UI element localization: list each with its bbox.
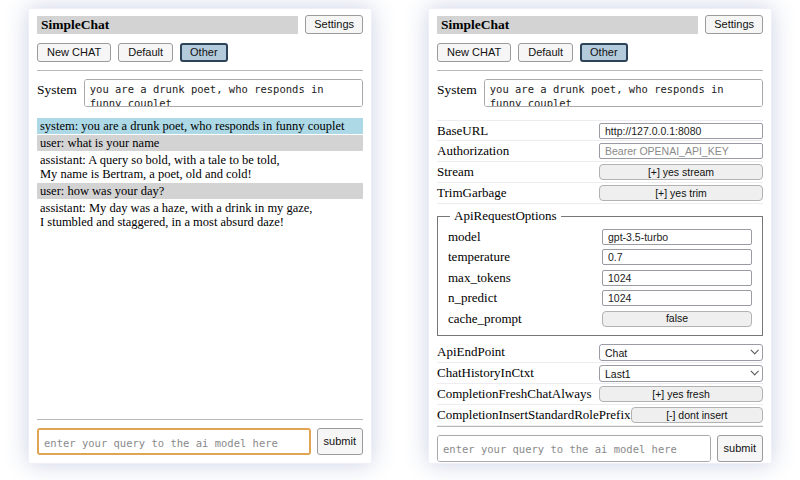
tab-default[interactable]: Default	[518, 43, 573, 62]
setting-row-model: model	[448, 226, 752, 247]
authorization-label: Authorization	[437, 143, 599, 159]
baseurl-input[interactable]	[599, 123, 763, 139]
setting-row-chat-history-in-ctxt: ChatHistoryInCtxt Last1	[437, 363, 763, 384]
completion-insert-standard-role-prefix-label: CompletionInsertStandardRolePrefix	[437, 407, 631, 423]
divider	[37, 419, 363, 420]
app-title: SimpleChat	[37, 16, 298, 34]
temperature-input[interactable]	[602, 249, 752, 265]
setting-row-stream: Stream [+] yes stream	[437, 162, 763, 183]
submit-button[interactable]: submit	[717, 435, 763, 462]
stream-toggle-button[interactable]: [+] yes stream	[599, 164, 763, 180]
cache-prompt-label: cache_prompt	[448, 311, 602, 327]
system-prompt-input[interactable]: you are a drunk poet, who responds in fu…	[84, 79, 363, 107]
setting-row-n-predict: n_predict	[448, 288, 752, 309]
authorization-input[interactable]	[599, 143, 763, 159]
api-request-options-fieldset: ApiRequestOptions model temperature max_…	[437, 208, 763, 336]
api-endpoint-label: ApiEndPoint	[437, 344, 599, 360]
cache-prompt-toggle-button[interactable]: false	[602, 311, 752, 327]
setting-row-temperature: temperature	[448, 247, 752, 268]
setting-row-authorization: Authorization	[437, 141, 763, 162]
chat-message-list: system: you are a drunk poet, who respon…	[37, 118, 363, 419]
api-request-options-legend: ApiRequestOptions	[450, 208, 561, 224]
model-label: model	[448, 229, 602, 245]
completion-fresh-chat-always-label: CompletionFreshChatAlways	[437, 386, 599, 402]
system-prompt-input[interactable]: you are a drunk poet, who responds in fu…	[484, 79, 763, 107]
setting-row-trimgarbage: TrimGarbage [+] yes trim	[437, 183, 763, 204]
chat-message-user: user: what is your name	[37, 135, 363, 151]
n-predict-input[interactable]	[602, 290, 752, 306]
chat-message-assistant: assistant: A query so bold, with a tale …	[37, 152, 363, 182]
completion-fresh-chat-always-toggle-button[interactable]: [+] yes fresh	[599, 386, 763, 402]
chat-message-system: system: you are a drunk poet, who respon…	[37, 118, 363, 134]
setting-row-completion-fresh-chat-always: CompletionFreshChatAlways [+] yes fresh	[437, 384, 763, 405]
max-tokens-input[interactable]	[602, 270, 752, 286]
temperature-label: temperature	[448, 249, 602, 265]
baseurl-label: BaseURL	[437, 123, 599, 139]
chat-panel: SimpleChat Settings New CHAT Default Oth…	[28, 8, 372, 464]
setting-row-completion-insert-standard-role-prefix: CompletionInsertStandardRolePrefix [-] d…	[437, 405, 763, 426]
chat-message-user: user: how was your day?	[37, 183, 363, 199]
chat-history-in-ctxt-select[interactable]: Last1	[599, 365, 763, 382]
setting-row-baseurl: BaseURL	[437, 120, 763, 141]
setting-row-max-tokens: max_tokens	[448, 267, 752, 288]
settings-button[interactable]: Settings	[305, 15, 363, 34]
chat-message-assistant: assistant: My day was a haze, with a dri…	[37, 200, 363, 230]
submit-button[interactable]: submit	[317, 428, 363, 455]
query-input[interactable]	[437, 435, 711, 462]
max-tokens-label: max_tokens	[448, 270, 602, 286]
tab-other[interactable]: Other	[180, 43, 228, 62]
tab-default[interactable]: Default	[118, 43, 173, 62]
trimgarbage-label: TrimGarbage	[437, 185, 599, 201]
tab-other[interactable]: Other	[580, 43, 628, 62]
stream-label: Stream	[437, 164, 599, 180]
settings-panel: SimpleChat Settings New CHAT Default Oth…	[428, 8, 772, 464]
completion-insert-standard-role-prefix-toggle-button[interactable]: [-] dont insert	[631, 407, 763, 423]
divider	[437, 70, 763, 71]
divider	[437, 426, 763, 427]
app-title: SimpleChat	[437, 16, 698, 34]
tab-new-chat[interactable]: New CHAT	[37, 43, 111, 62]
settings-list: BaseURL Authorization Stream [+] yes str…	[437, 120, 763, 426]
tab-new-chat[interactable]: New CHAT	[437, 43, 511, 62]
settings-button[interactable]: Settings	[705, 15, 763, 34]
system-prompt-label: System	[37, 79, 77, 98]
system-prompt-label: System	[437, 79, 477, 98]
chat-history-in-ctxt-label: ChatHistoryInCtxt	[437, 365, 599, 381]
setting-row-cache-prompt: cache_prompt false	[448, 308, 752, 329]
query-input[interactable]	[37, 428, 311, 455]
trimgarbage-toggle-button[interactable]: [+] yes trim	[599, 185, 763, 201]
model-input[interactable]	[602, 229, 752, 245]
api-endpoint-select[interactable]: Chat	[599, 344, 763, 361]
setting-row-api-endpoint: ApiEndPoint Chat	[437, 342, 763, 363]
divider	[37, 70, 363, 71]
n-predict-label: n_predict	[448, 290, 602, 306]
